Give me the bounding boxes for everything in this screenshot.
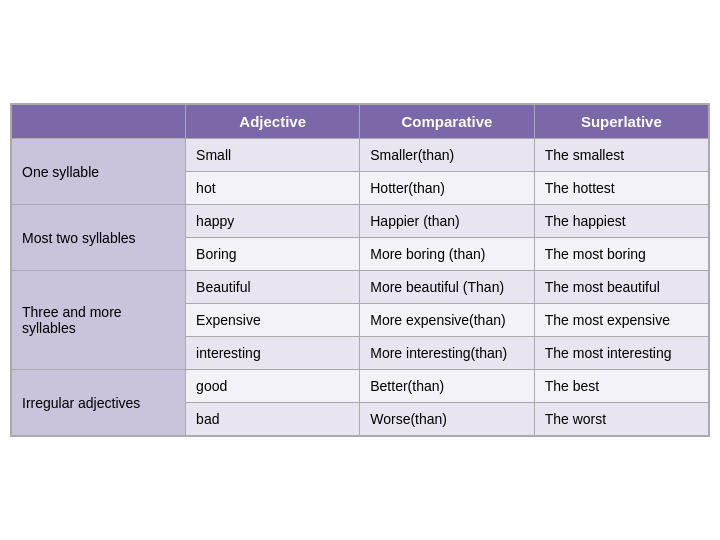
adjective-cell: interesting bbox=[186, 337, 360, 370]
superlative-cell: The hottest bbox=[534, 172, 708, 205]
comparative-cell: More interesting(than) bbox=[360, 337, 534, 370]
adjective-cell: hot bbox=[186, 172, 360, 205]
adjective-cell: Small bbox=[186, 139, 360, 172]
category-cell: Most two syllables bbox=[12, 205, 186, 271]
comparative-cell: More beautiful (Than) bbox=[360, 271, 534, 304]
table-row: One syllableSmallSmaller(than)The smalle… bbox=[12, 139, 709, 172]
comparative-cell: Better(than) bbox=[360, 370, 534, 403]
adjective-cell: Expensive bbox=[186, 304, 360, 337]
header-superlative: Superlative bbox=[534, 105, 708, 139]
category-cell: One syllable bbox=[12, 139, 186, 205]
comparative-cell: Hotter(than) bbox=[360, 172, 534, 205]
adjective-cell: bad bbox=[186, 403, 360, 436]
comparative-cell: Worse(than) bbox=[360, 403, 534, 436]
category-cell: Irregular adjectives bbox=[12, 370, 186, 436]
superlative-cell: The most beautiful bbox=[534, 271, 708, 304]
comparative-cell: More expensive(than) bbox=[360, 304, 534, 337]
superlative-cell: The happiest bbox=[534, 205, 708, 238]
superlative-cell: The most interesting bbox=[534, 337, 708, 370]
superlative-cell: The worst bbox=[534, 403, 708, 436]
comparative-cell: Smaller(than) bbox=[360, 139, 534, 172]
header-comparative: Comparative bbox=[360, 105, 534, 139]
superlative-cell: The smallest bbox=[534, 139, 708, 172]
table-row: Irregular adjectivesgoodBetter(than)The … bbox=[12, 370, 709, 403]
category-cell: Three and more syllables bbox=[12, 271, 186, 370]
grammar-table: Adjective Comparative Superlative One sy… bbox=[10, 103, 710, 437]
table-row: Three and more syllablesBeautifulMore be… bbox=[12, 271, 709, 304]
adjective-cell: Beautiful bbox=[186, 271, 360, 304]
comparative-cell: More boring (than) bbox=[360, 238, 534, 271]
header-adjective: Adjective bbox=[186, 105, 360, 139]
adjective-cell: happy bbox=[186, 205, 360, 238]
comparative-cell: Happier (than) bbox=[360, 205, 534, 238]
superlative-cell: The most expensive bbox=[534, 304, 708, 337]
superlative-cell: The most boring bbox=[534, 238, 708, 271]
superlative-cell: The best bbox=[534, 370, 708, 403]
table-row: Most two syllableshappyHappier (than)The… bbox=[12, 205, 709, 238]
header-category bbox=[12, 105, 186, 139]
adjective-cell: Boring bbox=[186, 238, 360, 271]
adjective-cell: good bbox=[186, 370, 360, 403]
